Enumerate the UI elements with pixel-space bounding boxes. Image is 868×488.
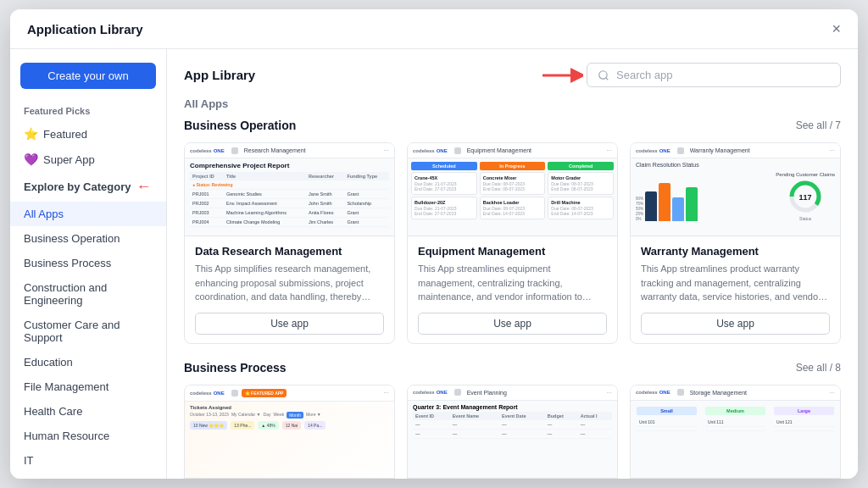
- sidebar-item-business-operation-label: Business Operation: [24, 232, 120, 245]
- app-info-ticketing: Ticketing Management Streamline support …: [185, 479, 394, 480]
- preview-dots-e: ···: [606, 389, 612, 396]
- red-arrow-icon: ←: [136, 178, 151, 196]
- storage-item-102: [637, 427, 697, 431]
- preview-icon-w: [677, 147, 684, 154]
- completed-header: Completed: [548, 162, 614, 170]
- sidebar-item-all-apps-label: All Apps: [24, 208, 64, 220]
- preview-icon-e: [454, 389, 461, 396]
- purple-gem-icon: 💜: [24, 152, 38, 166]
- sidebar-item-featured[interactable]: ⭐ Featured: [10, 121, 166, 147]
- preview-icon-s: [677, 389, 684, 396]
- storage-item-111: Unit 111: [705, 418, 765, 427]
- close-button[interactable]: ×: [832, 21, 841, 36]
- sidebar-item-business-operation[interactable]: Business Operation: [10, 226, 166, 251]
- app-preview-data-research: codelessONE Research Management ··· Comp…: [185, 143, 394, 236]
- chart-bar-3: [672, 197, 684, 221]
- chart-bar-1: [645, 191, 657, 221]
- sidebar-item-human-resource[interactable]: Human Resource: [10, 424, 166, 448]
- app-name-warranty: Warranty Management: [641, 245, 830, 258]
- equip-item-drill: Drill Machine Due Date: 08-07-2023 End D…: [548, 197, 614, 219]
- preview-label-research: Research Management: [244, 147, 306, 153]
- search-container: [587, 63, 841, 87]
- sidebar-item-it-label: IT: [24, 454, 34, 467]
- app-card-data-research: codelessONE Research Management ··· Comp…: [184, 142, 395, 344]
- equip-item-crane: Crane-45X Due Date: 21-07-2023 End Date:…: [411, 172, 477, 195]
- preview-dots-eq: ···: [606, 147, 612, 154]
- business-process-header: Business Process See all / 8: [184, 361, 841, 374]
- app-name-data-research: Data Research Management: [195, 245, 384, 258]
- storage-small-header: Small: [637, 407, 697, 415]
- app-card-storage: codelessONE Storage Management ··· Small…: [630, 385, 841, 480]
- preview-icon: [231, 147, 238, 154]
- business-process-title: Business Process: [184, 361, 287, 374]
- app-preview-storage: codelessONE Storage Management ··· Small…: [631, 385, 840, 479]
- explore-by-category-label: Explore by Category: [24, 180, 131, 193]
- app-preview-event: codelessONE Event Planning ··· Quarter 3…: [408, 385, 617, 479]
- preview-label-eq: Equipment Management: [467, 147, 531, 153]
- storage-item-122: [774, 427, 834, 431]
- chart-bar-4: [686, 187, 698, 221]
- preview-table: Project IDTitleResearcherFunding Type ● …: [190, 172, 389, 227]
- app-preview-equipment: codelessONE Equipment Management ··· Sch…: [408, 143, 617, 236]
- main-header: App Library: [184, 63, 841, 87]
- sidebar-item-it[interactable]: IT: [10, 448, 166, 473]
- storage-item-101: Unit 101: [637, 418, 697, 427]
- app-info-storage: Storage Management Manage storage units …: [631, 479, 840, 480]
- modal-body: Create your own Featured Picks ⭐ Feature…: [10, 49, 858, 479]
- explore-by-category-section: Explore by Category ←: [10, 172, 166, 202]
- codelessone-logo-s: codelessONE: [636, 390, 670, 395]
- sidebar-item-education-label: Education: [24, 356, 73, 369]
- scheduled-header: Scheduled: [411, 162, 477, 170]
- business-process-see-all[interactable]: See all / 8: [796, 362, 841, 374]
- sidebar-item-education[interactable]: Education: [10, 350, 166, 374]
- equip-item-backhoe: Backhoe Loader Due Date: 08-07-2023 End …: [480, 197, 546, 219]
- storage-medium-header: Medium: [705, 407, 765, 415]
- sidebar: Create your own Featured Picks ⭐ Feature…: [10, 49, 167, 479]
- codelessone-logo-t: codelessONE: [190, 391, 225, 396]
- red-arrow-search-icon: [541, 65, 583, 86]
- sidebar-item-customer-care[interactable]: Customer Care and Support: [10, 313, 166, 350]
- app-name-equipment: Equipment Management: [418, 245, 607, 258]
- application-library-modal: Application Library × Create your own Fe…: [10, 9, 858, 479]
- sidebar-item-all-apps[interactable]: All Apps: [10, 202, 166, 226]
- in-progress-header: In Progress: [480, 162, 546, 170]
- sidebar-item-file-management[interactable]: File Management: [10, 374, 166, 399]
- gauge-chart: 117: [787, 179, 823, 214]
- app-preview-warranty: codelessONE Warranty Management ··· Clai…: [631, 143, 840, 236]
- featured-badge: ⭐ FEATURED APP: [242, 389, 287, 397]
- sidebar-item-super-app[interactable]: 💜 Super App: [10, 147, 166, 172]
- app-info-data-research: Data Research Management This App simpli…: [185, 236, 394, 343]
- featured-section-label: Featured Picks: [10, 103, 166, 121]
- modal-title: Application Library: [27, 22, 143, 36]
- business-process-section: Business Process See all / 8 codelessONE: [184, 361, 841, 480]
- preview-dots: ···: [383, 147, 389, 154]
- use-app-button-warranty[interactable]: Use app: [641, 313, 830, 335]
- use-app-button-equipment[interactable]: Use app: [418, 313, 607, 335]
- preview-icon-t: [231, 390, 238, 396]
- codelessone-logo: codelessONE: [190, 148, 225, 153]
- search-input[interactable]: [616, 69, 830, 81]
- use-app-button-data-research[interactable]: Use app: [195, 313, 384, 335]
- app-info-warranty: Warranty Management This App streamlines…: [631, 236, 840, 343]
- app-card-event: codelessONE Event Planning ··· Quarter 3…: [407, 385, 618, 480]
- business-operation-header: Business Operation See all / 7: [184, 119, 841, 132]
- sidebar-item-construction[interactable]: Construction and Engineering: [10, 275, 166, 313]
- preview-label-s: Storage Management: [690, 390, 747, 396]
- svg-text:117: 117: [799, 193, 812, 202]
- sidebar-item-business-process[interactable]: Business Process: [10, 251, 166, 275]
- preview-dots-s: ···: [829, 389, 835, 396]
- storage-item-112: [705, 427, 765, 431]
- storage-large-header: Large: [774, 407, 834, 415]
- sidebar-item-featured-label: Featured: [43, 128, 87, 141]
- storage-col-medium: Medium Unit 111: [703, 404, 768, 434]
- business-operation-see-all[interactable]: See all / 7: [796, 119, 841, 131]
- create-your-own-button[interactable]: Create your own: [20, 63, 156, 89]
- sidebar-item-file-management-label: File Management: [24, 380, 108, 393]
- svg-point-2: [599, 70, 607, 78]
- app-desc-data-research: This App simplifies research management,…: [195, 262, 384, 304]
- sidebar-item-health-care[interactable]: Health Care: [10, 399, 166, 424]
- modal-header: Application Library ×: [10, 9, 858, 49]
- star-icon: ⭐: [24, 127, 38, 141]
- app-info-event: Event Planning Plan and manage events ef…: [408, 479, 617, 480]
- preview-label-e: Event Planning: [467, 390, 507, 396]
